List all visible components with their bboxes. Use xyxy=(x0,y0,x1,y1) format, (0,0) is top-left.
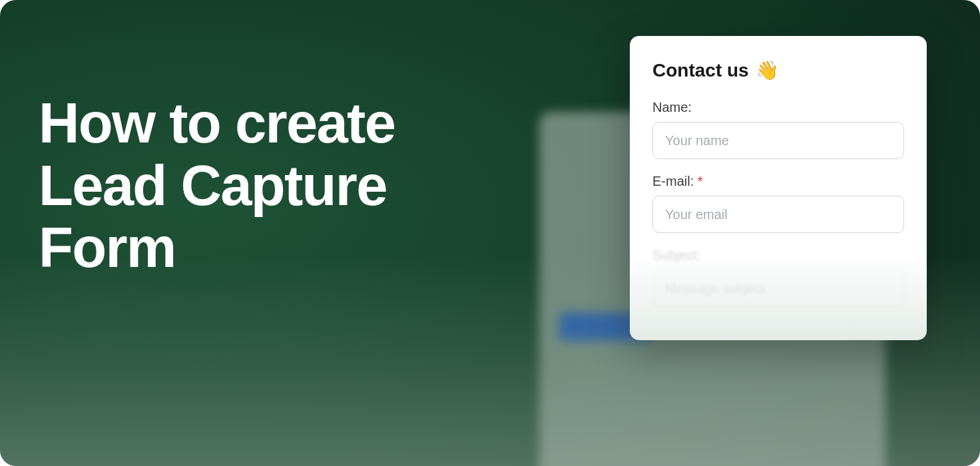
subject-label: Subject: xyxy=(652,248,904,263)
headline: How to create Lead Capture Form xyxy=(39,92,395,279)
email-label: E-mail: * xyxy=(652,174,904,189)
headline-line-3: Form xyxy=(39,216,176,279)
form-title-text: Contact us xyxy=(652,60,749,81)
email-field: E-mail: * xyxy=(652,174,904,233)
subject-input[interactable] xyxy=(652,270,904,307)
name-field: Name: xyxy=(652,100,904,159)
email-label-text: E-mail: xyxy=(652,174,698,188)
email-input[interactable] xyxy=(652,196,904,233)
name-label: Name: xyxy=(652,100,904,115)
contact-form-card: Contact us 👋 Name: E-mail: * Subject: xyxy=(630,36,927,340)
required-marker: * xyxy=(698,174,703,188)
headline-line-1: How to create xyxy=(39,91,395,154)
subject-field: Subject: xyxy=(652,248,904,307)
name-input[interactable] xyxy=(652,122,904,159)
form-title: Contact us 👋 xyxy=(652,60,904,81)
headline-line-2: Lead Capture xyxy=(39,154,387,217)
wave-icon: 👋 xyxy=(756,61,779,80)
banner-container: How to create Lead Capture Form Contact … xyxy=(0,0,980,466)
